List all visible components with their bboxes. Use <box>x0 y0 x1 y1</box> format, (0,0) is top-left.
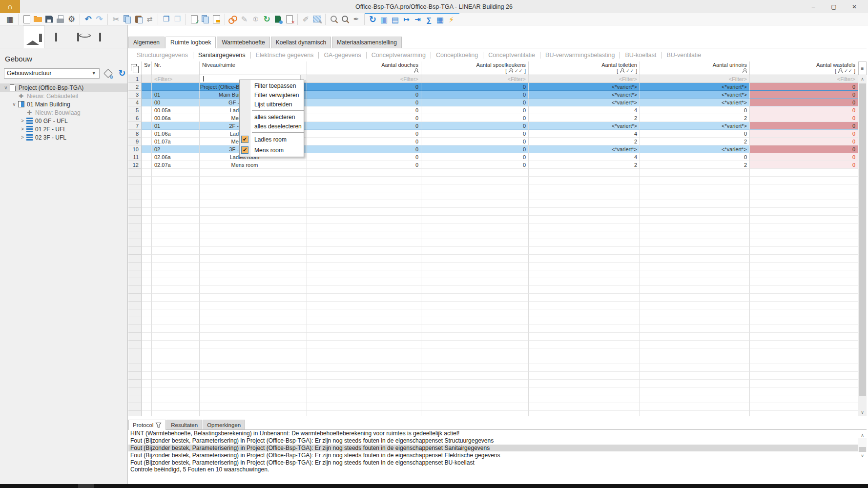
cell-wastafels[interactable]: 0 <box>750 153 858 161</box>
empty-cell[interactable] <box>529 348 640 356</box>
empty-cell[interactable] <box>142 255 152 263</box>
empty-cell[interactable] <box>421 231 529 239</box>
empty-cell[interactable] <box>640 364 750 372</box>
cell-urinoirs[interactable]: 0 <box>640 130 750 138</box>
cell-douches[interactable]: 0 <box>307 145 421 153</box>
empty-cell[interactable] <box>142 356 152 364</box>
empty-cell[interactable] <box>750 177 858 184</box>
cell-spoelkeukens[interactable]: 0 <box>421 114 529 122</box>
tab-ruimte-logboek[interactable]: Ruimte logboek <box>165 37 216 48</box>
empty-cell[interactable] <box>421 372 529 380</box>
empty-cell[interactable] <box>152 395 200 403</box>
empty-cell[interactable] <box>529 278 640 286</box>
empty-cell[interactable] <box>200 411 307 416</box>
empty-cell[interactable] <box>529 294 640 302</box>
table-row[interactable]: 500.05aLadies room00400 <box>128 106 858 114</box>
empty-cell[interactable] <box>421 317 529 325</box>
empty-cell[interactable] <box>750 333 858 341</box>
minimize-button[interactable]: – <box>806 3 820 10</box>
save-icon[interactable] <box>43 14 55 24</box>
filter-cell-spoelkeukens[interactable]: <Filter> <box>421 75 529 83</box>
empty-cell[interactable] <box>152 309 200 317</box>
scroll-down-button[interactable]: ∨ <box>858 408 867 416</box>
empty-cell[interactable] <box>640 333 750 341</box>
table-row[interactable]: 901.07aMens room00220 <box>128 138 858 145</box>
empty-cell[interactable] <box>142 403 152 411</box>
empty-cell[interactable] <box>421 302 529 309</box>
empty-cell[interactable] <box>142 224 152 231</box>
refresh-green-icon[interactable]: ↻ <box>261 14 272 24</box>
plan-edit-icon[interactable] <box>311 14 323 24</box>
chevron-right-icon[interactable]: > <box>20 126 25 132</box>
cell-toiletten[interactable]: 4 <box>529 106 640 114</box>
table-row[interactable]: 10023F - UFL00<*variert*><*variert*>0 <box>128 145 858 153</box>
empty-cell[interactable] <box>152 263 200 270</box>
filter-cell-wastafels[interactable]: <Filter> <box>750 75 858 83</box>
column-header-niveau-ruimte[interactable]: Niveau/ruimte <box>200 61 307 75</box>
empty-cell[interactable] <box>529 263 640 270</box>
refresh-view-icon[interactable]: ↻ <box>367 14 378 25</box>
tree-item[interactable]: ✚Nieuw: Gebäudeteil <box>0 92 127 100</box>
empty-cell[interactable] <box>529 395 640 403</box>
menu-item-alles-selecteren[interactable]: alles selecteren <box>240 112 304 122</box>
empty-cell[interactable] <box>640 294 750 302</box>
empty-cell[interactable] <box>307 372 421 380</box>
checkbox-checked-icon[interactable]: ✔ <box>241 146 248 154</box>
empty-cell[interactable] <box>307 317 421 325</box>
cell-sv[interactable] <box>142 91 152 99</box>
empty-cell[interactable] <box>152 255 200 263</box>
subtab-bu-ventilatie[interactable]: BU-ventilatie <box>661 52 706 59</box>
empty-cell[interactable] <box>529 302 640 309</box>
cell-urinoirs[interactable]: <*variert*> <box>640 83 750 91</box>
empty-cell[interactable] <box>750 309 858 317</box>
cell-nr[interactable]: 00 <box>152 99 200 106</box>
empty-cell[interactable] <box>200 169 307 177</box>
column-options-button[interactable]: ≡ <box>858 61 867 75</box>
cell-nr[interactable]: 01 <box>152 91 200 99</box>
empty-cell[interactable] <box>307 169 421 177</box>
empty-cell[interactable] <box>152 403 200 411</box>
empty-cell[interactable] <box>750 348 858 356</box>
empty-cell[interactable] <box>142 200 152 208</box>
empty-cell[interactable] <box>529 356 640 364</box>
empty-cell[interactable] <box>152 169 200 177</box>
empty-cell[interactable] <box>421 177 529 184</box>
empty-cell[interactable] <box>640 239 750 247</box>
column-header-sv[interactable]: Sv <box>142 61 152 75</box>
empty-cell[interactable] <box>142 380 152 387</box>
empty-cell[interactable] <box>307 278 421 286</box>
cell-nr[interactable]: 01.06a <box>152 130 200 138</box>
cell-spoelkeukens[interactable]: 0 <box>421 138 529 145</box>
empty-cell[interactable] <box>142 395 152 403</box>
empty-cell[interactable] <box>307 309 421 317</box>
cell-nr[interactable]: 02.07a <box>152 161 200 169</box>
empty-cell[interactable] <box>750 200 858 208</box>
menu-item-ladies-room[interactable]: ✔Ladies room <box>240 134 304 145</box>
empty-cell[interactable] <box>421 387 529 395</box>
empty-cell[interactable] <box>640 387 750 395</box>
empty-cell[interactable] <box>529 325 640 333</box>
empty-cell[interactable] <box>142 348 152 356</box>
empty-cell[interactable] <box>421 325 529 333</box>
empty-cell[interactable] <box>750 263 858 270</box>
empty-cell[interactable] <box>421 216 529 224</box>
quick-calculation-icon[interactable]: ⚡ <box>446 14 457 25</box>
menu-item-alles-deselecteren[interactable]: alles deselecteren <box>240 122 304 131</box>
empty-cell[interactable] <box>142 278 152 286</box>
empty-cell[interactable] <box>200 255 307 263</box>
filter-cell-sv[interactable] <box>142 75 152 83</box>
menu-item-mens-room[interactable]: ✔Mens room <box>240 145 304 156</box>
menu-item-filter-verwijderen[interactable]: Filter verwijderen <box>240 90 304 100</box>
empty-cell[interactable] <box>307 177 421 184</box>
empty-cell[interactable] <box>142 216 152 224</box>
empty-cell[interactable] <box>529 231 640 239</box>
empty-cell[interactable] <box>640 372 750 380</box>
tree-item[interactable]: >01 2F - UFL <box>0 125 127 133</box>
empty-cell[interactable] <box>640 356 750 364</box>
empty-cell[interactable] <box>640 263 750 270</box>
protocol-tab-opmerkingen[interactable]: Opmerkingen <box>203 420 245 429</box>
empty-cell[interactable] <box>152 208 200 216</box>
empty-cell[interactable] <box>307 208 421 216</box>
tab-algemeen[interactable]: Algemeen <box>128 37 165 48</box>
empty-cell[interactable] <box>750 302 858 309</box>
